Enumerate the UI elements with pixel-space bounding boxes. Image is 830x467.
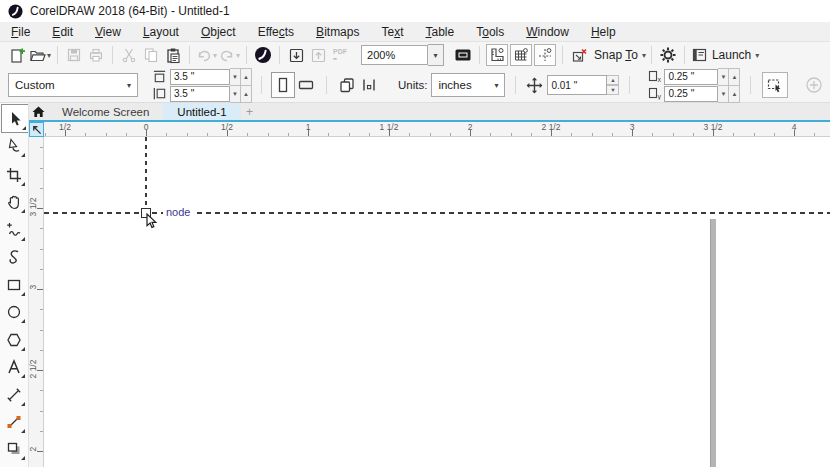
polygon-tool[interactable] xyxy=(1,327,27,353)
redo-dropdown-arrow[interactable]: ▾ xyxy=(236,51,240,60)
show-rulers-button[interactable] xyxy=(486,44,508,66)
ruler-tick xyxy=(40,168,43,169)
nudge-arrows-icon xyxy=(526,77,543,94)
menu-bitmaps[interactable]: Bitmaps xyxy=(305,23,370,41)
text-tool[interactable] xyxy=(1,354,27,380)
treat-as-filled-button[interactable] xyxy=(762,72,788,98)
ruler-tick xyxy=(40,330,43,331)
launcher-button[interactable]: Launch ▾ xyxy=(691,44,759,66)
ellipse-tool[interactable] xyxy=(1,299,27,325)
snap-to-label[interactable]: Snap To xyxy=(594,48,638,62)
options-button[interactable] xyxy=(658,44,678,66)
zoom-level-field[interactable]: 200% xyxy=(361,45,428,65)
pan-tool[interactable] xyxy=(1,189,27,215)
page-height-down[interactable]: ▼ xyxy=(230,85,241,103)
standard-toolbar: ▾ xyxy=(0,42,830,68)
copy-button[interactable] xyxy=(141,44,161,66)
show-guidelines-button[interactable] xyxy=(534,44,556,66)
export-button[interactable] xyxy=(308,44,328,66)
publish-pdf-button[interactable]: PDF▪▪ xyxy=(330,44,350,66)
all-pages-button[interactable] xyxy=(337,74,357,96)
portrait-icon xyxy=(275,76,291,94)
page-preset-select[interactable]: Custom▾ xyxy=(8,73,138,97)
tab-welcome-screen[interactable]: Welcome Screen xyxy=(48,103,163,120)
freehand-tool[interactable] xyxy=(1,217,27,243)
menu-window[interactable]: Window xyxy=(515,23,580,41)
ruler-label: 3 xyxy=(29,270,38,304)
dup-x-down[interactable]: ▼ xyxy=(718,68,729,86)
print-button[interactable] xyxy=(86,44,106,66)
menu-edit[interactable]: Edit xyxy=(41,23,84,41)
menu-tools[interactable]: Tools xyxy=(465,23,515,41)
ruler-label: 2 xyxy=(468,122,473,132)
add-plus-icon[interactable] xyxy=(805,76,823,94)
home-button[interactable] xyxy=(29,103,48,120)
drawing-canvas[interactable]: node xyxy=(44,137,830,467)
snap-off-button[interactable] xyxy=(569,44,589,66)
undo-dropdown-arrow[interactable]: ▾ xyxy=(213,51,217,60)
new-document-button[interactable] xyxy=(7,44,27,66)
current-page-button[interactable] xyxy=(359,74,379,96)
transparency-tool[interactable] xyxy=(1,459,27,467)
open-dropdown-arrow[interactable]: ▾ xyxy=(47,51,51,60)
crop-tool[interactable] xyxy=(1,162,27,188)
page-size-group: ▼▲ ▼▲ xyxy=(152,69,252,102)
show-grid-button[interactable] xyxy=(510,44,532,66)
menu-effects[interactable]: Effects xyxy=(247,23,305,41)
snap-to-dropdown-arrow[interactable]: ▾ xyxy=(642,51,646,60)
page-height-field[interactable] xyxy=(170,86,230,102)
ruler-tick xyxy=(774,133,775,136)
units-select[interactable]: inches▾ xyxy=(431,73,505,97)
nudge-spinner[interactable]: ▲▼ xyxy=(607,75,619,95)
page-width-down[interactable]: ▼ xyxy=(230,68,241,86)
menu-object[interactable]: Object xyxy=(190,23,247,41)
menu-view[interactable]: View xyxy=(84,23,132,41)
cut-button[interactable] xyxy=(119,44,139,66)
ruler-tick xyxy=(247,133,248,136)
paste-button[interactable] xyxy=(163,44,183,66)
launch-dropdown-arrow[interactable]: ▾ xyxy=(755,51,759,60)
horizontal-ruler[interactable]: 1/201/211 1/222 1/233 1/24 xyxy=(44,122,830,137)
vertical-ruler[interactable]: 3 1/232 1/22 xyxy=(29,137,44,467)
redo-button[interactable]: ▾ xyxy=(219,44,240,66)
save-button[interactable] xyxy=(64,44,84,66)
nudge-distance-field[interactable] xyxy=(547,75,607,95)
menu-file[interactable]: File xyxy=(0,23,41,41)
menu-table[interactable]: Table xyxy=(415,23,466,41)
page-width-field[interactable] xyxy=(170,69,230,85)
search-content-button[interactable] xyxy=(253,44,273,66)
shape-tool[interactable] xyxy=(1,133,27,159)
portrait-button[interactable] xyxy=(271,72,295,98)
zoom-dropdown-arrow[interactable]: ▾ xyxy=(428,44,444,66)
current-page-icon xyxy=(360,76,378,94)
landscape-button[interactable] xyxy=(295,73,317,97)
dup-y-up[interactable]: ▲ xyxy=(729,85,740,103)
connector-tool[interactable] xyxy=(1,409,27,435)
pick-tool[interactable] xyxy=(1,104,29,133)
polygon-tool-icon xyxy=(6,332,22,348)
page-width-up[interactable]: ▲ xyxy=(241,68,252,86)
menu-text[interactable]: Text xyxy=(370,23,414,41)
page-height-up[interactable]: ▲ xyxy=(241,85,252,103)
new-document-tab-button[interactable]: + xyxy=(241,103,259,120)
property-bar: Custom▾ ▼▲ ▼▲ xyxy=(0,68,830,103)
duplicate-x-field[interactable] xyxy=(664,69,718,85)
dimension-tool[interactable] xyxy=(1,382,27,408)
menu-layout[interactable]: Layout xyxy=(132,23,190,41)
undo-button[interactable]: ▾ xyxy=(196,44,217,66)
full-screen-preview-button[interactable] xyxy=(453,44,473,66)
menu-help[interactable]: Help xyxy=(580,23,627,41)
duplicate-y-field[interactable] xyxy=(664,86,718,102)
ruler-tick xyxy=(40,431,43,432)
dup-y-down[interactable]: ▼ xyxy=(718,85,729,103)
home-icon xyxy=(32,106,45,118)
tab-untitled-1[interactable]: Untitled-1 xyxy=(163,103,240,120)
artistic-media-tool[interactable] xyxy=(1,244,27,270)
ruler-tick xyxy=(40,228,43,229)
rectangle-tool[interactable] xyxy=(1,272,27,298)
ruler-tick xyxy=(166,133,167,136)
open-button[interactable]: ▾ xyxy=(29,44,51,66)
ruler-origin-button[interactable] xyxy=(29,122,44,137)
import-button[interactable] xyxy=(286,44,306,66)
dup-x-up[interactable]: ▲ xyxy=(729,68,740,86)
